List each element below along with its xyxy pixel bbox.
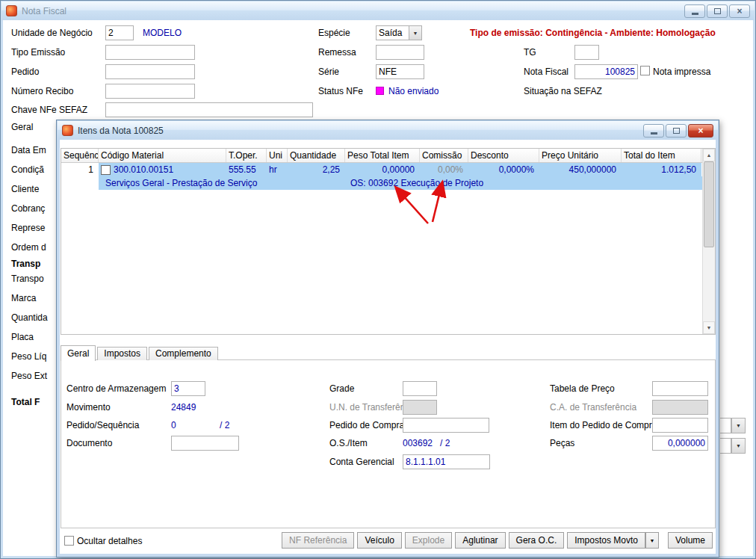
sidebar-item-ordem[interactable]: Ordem d <box>11 242 46 253</box>
sidebar-item-cliente[interactable]: Cliente <box>11 184 39 195</box>
column-header-desconto[interactable]: Desconto <box>468 149 539 162</box>
un-transferencia-input <box>403 400 437 415</box>
cell-peso-total: 0,00000 <box>345 163 420 176</box>
sidebar-item-quantidade[interactable]: Quantida <box>11 312 48 324</box>
column-header-sequencia[interactable]: Sequência <box>61 149 99 162</box>
sidebar-item-geral[interactable]: Geral <box>11 122 33 133</box>
pecas-input[interactable] <box>652 436 708 451</box>
veiculo-button[interactable]: Veículo <box>357 532 401 549</box>
chevron-down-icon[interactable]: ▼ <box>409 26 421 40</box>
ocultar-detalhes-checkbox[interactable] <box>64 536 74 546</box>
emissao-banner: Tipo de emissão: Contingência - Ambiente… <box>470 28 716 38</box>
sidebar-item-placa[interactable]: Placa <box>11 332 34 343</box>
column-header-comissao[interactable]: Comissão <box>420 149 468 162</box>
sidebar-item-peso-liquido[interactable]: Peso Líq <box>11 351 46 362</box>
tabela-preco-label: Tabela de Preço <box>550 383 615 395</box>
especie-label: Espécie <box>318 28 350 39</box>
documento-input[interactable] <box>171 436 239 451</box>
dialog-minimize-button[interactable] <box>643 124 664 138</box>
sidebar-item-representante[interactable]: Represe <box>11 223 45 234</box>
scrollbar-thumb[interactable] <box>704 161 714 247</box>
status-color-box <box>376 87 384 95</box>
cell-quantidade: 2,25 <box>288 163 345 176</box>
app-icon <box>6 5 17 16</box>
pedido-compra-input[interactable] <box>403 418 489 433</box>
vertical-scrollbar[interactable]: ▲ ▼ <box>702 149 715 334</box>
hidden-field-fragment-2 <box>720 438 731 454</box>
column-header-codigo-material[interactable]: Código Material <box>99 149 226 162</box>
serie-label: Série <box>318 67 339 78</box>
maximize-icon <box>714 8 721 14</box>
sidebar-item-transportadora[interactable]: Transpo <box>11 274 44 285</box>
hidden-combo-button-1[interactable]: ▼ <box>731 418 746 433</box>
minimize-button[interactable] <box>684 4 705 18</box>
nota-fiscal-input[interactable] <box>574 64 638 79</box>
cell-codigo-material: 300.010.00151 <box>99 163 226 176</box>
serie-input[interactable] <box>376 64 424 79</box>
nota-impressa-checkbox[interactable] <box>640 66 650 75</box>
impostos-movto-button[interactable]: Impostos Movto <box>567 532 645 549</box>
dialog-titlebar[interactable]: Itens da Nota 100825 × <box>58 121 718 140</box>
movimento-value: 24849 <box>171 402 196 413</box>
remessa-input[interactable] <box>376 45 424 60</box>
main-window-titlebar[interactable]: Nota Fiscal × <box>1 1 755 20</box>
tipo-emissao-input[interactable] <box>105 45 195 60</box>
column-header-preco-unitario[interactable]: Preço Unitário <box>539 149 622 162</box>
column-header-uni[interactable]: Uni <box>267 149 288 162</box>
row-os-info: OS: 003692 Execução de Projeto <box>350 178 483 188</box>
pedido-input[interactable] <box>105 64 195 79</box>
tg-input[interactable] <box>574 45 599 60</box>
sidebar-item-transporte[interactable]: Transp <box>11 259 40 270</box>
column-header-total-item[interactable]: Total do Item <box>622 149 701 162</box>
especie-select[interactable]: Saída ▼ <box>376 25 422 40</box>
column-header-peso-total[interactable]: Peso Total Item <box>345 149 420 162</box>
grid-header: Sequência Código Material T.Oper. Uni Qu… <box>61 149 715 163</box>
dialog-close-button[interactable]: × <box>688 124 713 138</box>
column-header-t-oper[interactable]: T.Oper. <box>226 149 267 162</box>
sidebar-item-data-emissao[interactable]: Data Em <box>11 145 46 156</box>
scroll-up-icon[interactable]: ▲ <box>703 149 715 161</box>
dialog-maximize-button[interactable] <box>666 124 687 138</box>
nota-impressa-label: Nota impressa <box>653 67 710 78</box>
column-header-quantidade[interactable]: Quantidade <box>288 149 345 162</box>
sidebar-item-cobranca[interactable]: Cobranç <box>11 203 45 214</box>
status-nfe-value: Não enviado <box>388 86 439 97</box>
tabela-preco-input[interactable] <box>652 381 708 396</box>
close-button[interactable]: × <box>729 4 750 18</box>
cell-uni: hr <box>267 163 288 176</box>
unidade-negocio-description: MODELO <box>143 28 182 39</box>
centro-armazenagem-input[interactable] <box>171 381 205 396</box>
sidebar-item-peso-externo[interactable]: Peso Ext <box>11 371 47 382</box>
situacao-sefaz-label: Situação na SEFAZ <box>524 86 602 97</box>
ocultar-detalhes-label: Ocultar detalhes <box>77 536 142 547</box>
grade-input[interactable] <box>403 381 437 396</box>
numero-recibo-input[interactable] <box>105 84 195 99</box>
conta-gerencial-input[interactable] <box>403 454 490 469</box>
maximize-button[interactable] <box>707 4 728 18</box>
table-row-detail[interactable]: Serviços Geral - Prestação de Serviço OS… <box>61 176 715 190</box>
tab-impostos[interactable]: Impostos <box>97 347 147 360</box>
sidebar-item-marca[interactable]: Marca <box>11 293 36 304</box>
chave-nfe-input[interactable] <box>105 102 313 117</box>
aglutinar-button[interactable]: Aglutinar <box>455 532 505 549</box>
unidade-negocio-input[interactable] <box>105 25 134 40</box>
cell-comissao: 0,00% <box>420 163 468 176</box>
row-checkbox[interactable] <box>101 165 111 175</box>
hidden-combo-button-2[interactable]: ▼ <box>731 438 746 454</box>
cell-total-item: 1.012,50 <box>622 163 701 176</box>
pecas-label: Peças <box>550 438 574 449</box>
gera-oc-button[interactable]: Gera O.C. <box>509 532 565 549</box>
item-pedido-compra-input[interactable] <box>652 418 708 433</box>
sidebar-item-condicao[interactable]: Condiçã <box>11 164 44 176</box>
table-row[interactable]: 1 300.010.00151 555.55 hr 2,25 0,00000 0… <box>61 163 715 176</box>
volume-button[interactable]: Volume <box>668 532 713 549</box>
impostos-movto-dropdown-icon[interactable]: ▼ <box>645 532 659 549</box>
tab-geral[interactable]: Geral <box>61 345 96 361</box>
minimize-icon <box>692 13 698 15</box>
scroll-down-icon[interactable]: ▼ <box>703 321 715 334</box>
sidebar-item-total[interactable]: Total F <box>11 397 40 408</box>
tipo-emissao-label: Tipo Emissão <box>11 47 65 58</box>
conta-gerencial-label: Conta Gerencial <box>329 457 394 468</box>
pedido-label: Pedido <box>11 67 39 78</box>
tab-complemento[interactable]: Complemento <box>149 347 218 360</box>
